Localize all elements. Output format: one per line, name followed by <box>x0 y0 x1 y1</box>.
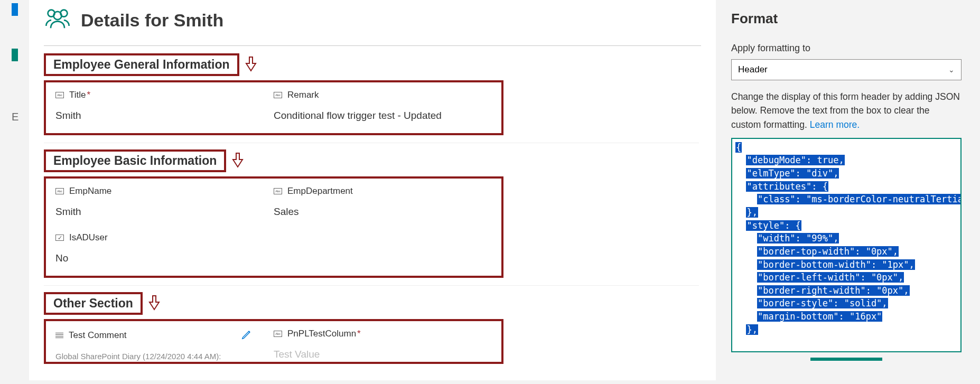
field-label-empdept: EmpDepartment <box>287 186 353 196</box>
field-value-isaduser[interactable]: No <box>55 252 274 264</box>
comment-meta: Global SharePoint Diary (12/24/2020 4:44… <box>55 352 274 361</box>
arrow-down-icon <box>245 56 257 74</box>
text-field-icon <box>55 92 64 98</box>
save-button[interactable]: Save <box>810 358 882 361</box>
field-value-empdept[interactable]: Sales <box>274 206 492 218</box>
arrow-down-icon <box>148 295 161 313</box>
learn-more-link[interactable]: Learn more. <box>810 119 860 130</box>
json-formatter-textarea[interactable]: { "debugMode": true, "elmType": "div", "… <box>731 138 962 352</box>
text-field-icon <box>274 188 282 194</box>
field-value-title[interactable]: Smith <box>55 110 274 121</box>
left-nav-marker-teal <box>12 49 18 61</box>
preview-button[interactable]: Preview <box>731 358 803 361</box>
arrow-down-icon <box>231 152 244 170</box>
text-field-icon <box>55 188 64 194</box>
field-label-testcomment: Test Comment <box>69 330 127 341</box>
svg-point-2 <box>53 12 61 20</box>
cancel-button[interactable]: Cancel <box>890 358 962 361</box>
chevron-down-icon: ⌄ <box>948 65 955 74</box>
left-nav-marker-blue <box>12 3 18 16</box>
section-box-other: Test Comment Global SharePoint Diary (12… <box>44 319 503 364</box>
field-value-empname[interactable]: Smith <box>55 206 274 218</box>
page-title: Details for Smith <box>81 10 223 31</box>
format-title: Format <box>731 11 962 27</box>
header-divider <box>44 45 701 46</box>
dropdown-value: Header <box>738 64 768 75</box>
multiline-field-icon <box>55 332 63 339</box>
people-icon <box>44 5 71 35</box>
section-title-general: Employee General Information <box>44 53 239 76</box>
field-label-isaduser: IsADUser <box>69 232 108 243</box>
formatting-target-dropdown[interactable]: Header ⌄ <box>731 59 962 80</box>
apply-formatting-label: Apply formatting to <box>731 43 962 54</box>
field-label-title: Title* <box>69 90 90 100</box>
text-field-icon <box>274 92 282 98</box>
field-label-empname: EmpName <box>69 186 111 196</box>
field-label-pnpltest: PnPLTestColumn* <box>287 329 361 339</box>
field-value-pnpltest[interactable]: Test Value <box>274 349 492 360</box>
field-label-remark: Remark <box>287 90 319 100</box>
format-description: Change the display of this form header b… <box>731 90 962 132</box>
field-value-remark[interactable]: Conditional flow trigger test - Updated <box>274 110 492 121</box>
format-panel: Format Apply formatting to Header ⌄ Chan… <box>724 0 972 380</box>
left-nav-label: E <box>12 111 18 123</box>
text-field-icon <box>274 331 282 337</box>
section-title-other: Other Section <box>44 292 143 315</box>
details-panel: Details for Smith Employee General Infor… <box>29 0 716 380</box>
edit-pencil-icon[interactable] <box>241 329 253 342</box>
checkbox-field-icon <box>55 235 64 241</box>
section-box-basic: EmpName Smith EmpDepartment Sales <box>44 176 503 278</box>
section-box-general: Title* Smith Remark Conditional flow tri… <box>44 80 503 135</box>
section-title-basic: Employee Basic Information <box>44 149 226 172</box>
